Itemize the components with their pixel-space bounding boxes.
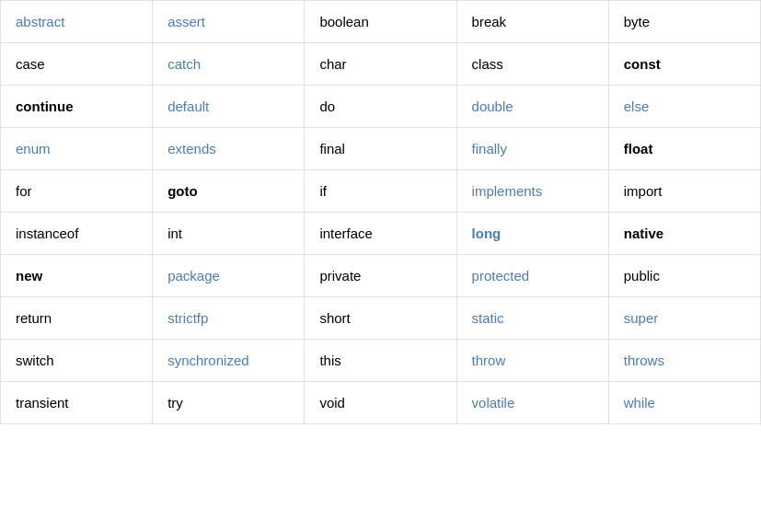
- keyword-cell[interactable]: default: [153, 86, 305, 128]
- keyword-label: int: [167, 226, 182, 241]
- keyword-cell[interactable]: public: [608, 255, 760, 297]
- keyword-cell[interactable]: assert: [153, 1, 305, 43]
- keyword-label: continue: [16, 98, 74, 114]
- keyword-label: public: [624, 268, 660, 283]
- keyword-cell[interactable]: short: [305, 297, 456, 340]
- keyword-label: return: [16, 310, 52, 326]
- keyword-cell[interactable]: byte: [608, 1, 760, 43]
- keyword-label: case: [16, 56, 45, 72]
- keyword-label: package: [167, 268, 220, 283]
- keyword-cell[interactable]: finally: [456, 128, 608, 170]
- keyword-label: void: [319, 395, 345, 411]
- keyword-cell[interactable]: void: [305, 382, 456, 424]
- keyword-cell[interactable]: throw: [456, 340, 608, 382]
- keyword-cell[interactable]: double: [456, 86, 608, 128]
- keyword-label: const: [624, 56, 661, 72]
- keyword-cell[interactable]: boolean: [305, 1, 456, 43]
- keyword-label: float: [624, 141, 653, 156]
- keyword-cell[interactable]: continue: [1, 86, 153, 128]
- table-row: instanceofintinterfacelongnative: [1, 213, 761, 255]
- keyword-label: new: [16, 268, 42, 283]
- keyword-label: instanceof: [16, 226, 78, 241]
- keyword-cell[interactable]: implements: [456, 170, 608, 213]
- keyword-cell[interactable]: import: [608, 170, 760, 213]
- keyword-cell[interactable]: int: [153, 213, 305, 255]
- keyword-label: default: [167, 98, 209, 114]
- keyword-label: break: [472, 14, 507, 29]
- keyword-cell[interactable]: const: [608, 43, 760, 86]
- keyword-label: boolean: [319, 14, 368, 29]
- keyword-cell[interactable]: throws: [608, 340, 760, 382]
- keywords-table: abstractassertbooleanbreakbytecasecatchc…: [0, 0, 761, 424]
- keyword-cell[interactable]: for: [1, 170, 153, 213]
- keyword-cell[interactable]: enum: [1, 128, 153, 170]
- keyword-label: protected: [472, 268, 530, 283]
- table-row: returnstrictfpshortstaticsuper: [1, 297, 761, 340]
- keyword-cell[interactable]: goto: [153, 170, 305, 213]
- table-row: continuedefaultdodoubleelse: [1, 86, 761, 128]
- keyword-cell[interactable]: do: [305, 86, 456, 128]
- keyword-label: throws: [624, 353, 664, 368]
- keyword-label: catch: [167, 56, 201, 72]
- keyword-label: long: [472, 226, 502, 241]
- keyword-label: volatile: [472, 395, 515, 411]
- keyword-label: extends: [167, 141, 216, 156]
- keyword-label: char: [319, 56, 346, 72]
- keyword-cell[interactable]: new: [1, 255, 153, 297]
- keyword-cell[interactable]: if: [305, 170, 456, 213]
- keyword-cell[interactable]: super: [608, 297, 760, 340]
- keyword-cell[interactable]: else: [608, 86, 760, 128]
- keyword-cell[interactable]: interface: [305, 213, 456, 255]
- table-row: forgotoifimplementsimport: [1, 170, 761, 213]
- keyword-label: class: [472, 56, 503, 72]
- keyword-cell[interactable]: while: [608, 382, 760, 424]
- table-row: newpackageprivateprotectedpublic: [1, 255, 761, 297]
- keyword-label: assert: [167, 14, 205, 29]
- keyword-label: private: [319, 268, 361, 283]
- keyword-cell[interactable]: static: [456, 297, 608, 340]
- keyword-cell[interactable]: native: [608, 213, 760, 255]
- keyword-label: switch: [16, 353, 54, 368]
- keyword-cell[interactable]: volatile: [456, 382, 608, 424]
- keyword-cell[interactable]: this: [305, 340, 456, 382]
- keyword-label: this: [319, 353, 340, 368]
- keyword-label: native: [624, 226, 663, 241]
- keyword-cell[interactable]: return: [1, 297, 153, 340]
- keyword-cell[interactable]: strictfp: [153, 297, 305, 340]
- keyword-cell[interactable]: float: [608, 128, 760, 170]
- keyword-cell[interactable]: long: [456, 213, 608, 255]
- keyword-label: try: [167, 395, 183, 411]
- keyword-cell[interactable]: private: [305, 255, 456, 297]
- keyword-label: final: [319, 141, 345, 156]
- keyword-cell[interactable]: catch: [153, 43, 305, 86]
- keyword-cell[interactable]: class: [456, 43, 608, 86]
- keyword-cell[interactable]: instanceof: [1, 213, 153, 255]
- table-row: casecatchcharclassconst: [1, 43, 761, 86]
- keyword-label: do: [319, 98, 335, 114]
- keyword-cell[interactable]: case: [1, 43, 153, 86]
- keyword-label: if: [319, 183, 327, 199]
- keyword-label: byte: [624, 14, 650, 29]
- keyword-cell[interactable]: synchronized: [153, 340, 305, 382]
- keyword-label: short: [319, 310, 350, 326]
- keyword-cell[interactable]: abstract: [1, 1, 153, 43]
- keyword-cell[interactable]: extends: [153, 128, 305, 170]
- keyword-cell[interactable]: try: [153, 382, 305, 424]
- keyword-cell[interactable]: protected: [456, 255, 608, 297]
- keyword-cell[interactable]: char: [305, 43, 456, 86]
- keyword-cell[interactable]: break: [456, 1, 608, 43]
- table-row: transienttryvoidvolatilewhile: [1, 382, 761, 424]
- keyword-label: super: [624, 310, 659, 326]
- keyword-cell[interactable]: package: [153, 255, 305, 297]
- keyword-label: finally: [472, 141, 507, 156]
- table-row: enumextendsfinalfinallyfloat: [1, 128, 761, 170]
- keyword-label: strictfp: [167, 310, 208, 326]
- keyword-label: throw: [472, 353, 506, 368]
- keyword-label: implements: [472, 183, 543, 199]
- keyword-cell[interactable]: transient: [1, 382, 153, 424]
- keyword-cell[interactable]: switch: [1, 340, 153, 382]
- keyword-label: for: [16, 183, 32, 199]
- keyword-label: double: [472, 98, 513, 114]
- keyword-label: interface: [319, 226, 373, 241]
- keyword-cell[interactable]: final: [305, 128, 456, 170]
